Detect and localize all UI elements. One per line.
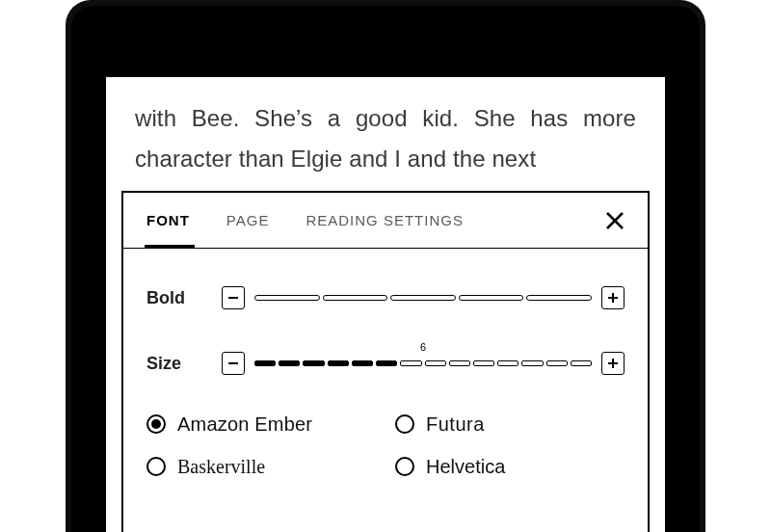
- plus-icon: [607, 292, 619, 304]
- font-option[interactable]: Baskerville: [146, 457, 376, 476]
- radio-icon: [395, 457, 414, 476]
- size-slider-segment: [521, 360, 543, 366]
- size-increase-button[interactable]: [601, 352, 625, 375]
- bold-decrease-button[interactable]: [222, 286, 245, 309]
- screen: with Bee. She’s a good kid. She has more…: [106, 77, 665, 532]
- book-text: with Bee. She’s a good kid. She has more…: [135, 98, 636, 179]
- minus-icon: [227, 292, 239, 304]
- font-option[interactable]: Futura: [395, 414, 625, 434]
- device-frame: with Bee. She’s a good kid. She has more…: [66, 0, 705, 532]
- bold-slider-segment: [459, 295, 524, 301]
- bold-slider-segment: [323, 295, 388, 301]
- size-slider-segment: [546, 360, 568, 366]
- settings-tabs: FONT PAGE READING SETTINGS: [123, 193, 648, 249]
- size-row: Size 6: [146, 337, 625, 389]
- size-slider-segment: [571, 360, 592, 366]
- close-icon: [605, 211, 625, 230]
- font-option-label: Futura: [426, 414, 485, 434]
- bold-slider[interactable]: [254, 284, 592, 311]
- size-slider[interactable]: 6: [254, 350, 592, 377]
- bold-row: Bold: [146, 272, 625, 324]
- bold-slider-segment: [254, 295, 320, 301]
- device-bezel: with Bee. She’s a good kid. She has more…: [71, 6, 700, 532]
- radio-icon: [146, 457, 166, 476]
- tab-font[interactable]: FONT: [145, 193, 192, 249]
- panel-body: Bold: [123, 249, 648, 476]
- size-slider-segment: [303, 360, 324, 366]
- size-slider-segment: [328, 360, 349, 366]
- bold-label: Bold: [146, 288, 222, 308]
- font-option-label: Helvetica: [426, 457, 505, 476]
- size-label: Size: [146, 354, 222, 374]
- bold-slider-segment: [390, 295, 456, 301]
- size-slider-segment: [400, 360, 421, 366]
- tab-page[interactable]: PAGE: [225, 193, 272, 249]
- font-option-label: Amazon Ember: [177, 414, 312, 434]
- size-decrease-button[interactable]: [222, 352, 245, 375]
- size-slider-segment: [352, 360, 373, 366]
- close-button[interactable]: [599, 205, 630, 236]
- font-family-list: Amazon EmberFuturaBaskervilleHelvetica: [146, 414, 625, 476]
- display-settings-panel: FONT PAGE READING SETTINGS: [121, 191, 650, 532]
- size-value-label: 6: [254, 342, 592, 353]
- tab-reading-settings[interactable]: READING SETTINGS: [304, 193, 465, 249]
- bold-slider-segment: [526, 295, 592, 301]
- size-slider-segment: [497, 360, 518, 366]
- size-slider-segment: [254, 360, 276, 366]
- bold-increase-button[interactable]: [601, 286, 625, 309]
- minus-icon: [227, 358, 239, 369]
- size-slider-segment: [473, 360, 494, 366]
- size-slider-segment: [376, 360, 397, 366]
- font-option[interactable]: Helvetica: [395, 457, 625, 476]
- font-option[interactable]: Amazon Ember: [146, 414, 376, 434]
- tab-divider: [123, 248, 648, 249]
- font-option-label: Baskerville: [177, 457, 265, 476]
- radio-icon: [146, 414, 166, 434]
- tab-active-indicator: [145, 245, 195, 249]
- size-slider-segment: [279, 360, 300, 366]
- radio-icon: [395, 414, 414, 434]
- plus-icon: [607, 358, 619, 369]
- size-slider-segment: [449, 360, 470, 366]
- size-slider-segment: [425, 360, 446, 366]
